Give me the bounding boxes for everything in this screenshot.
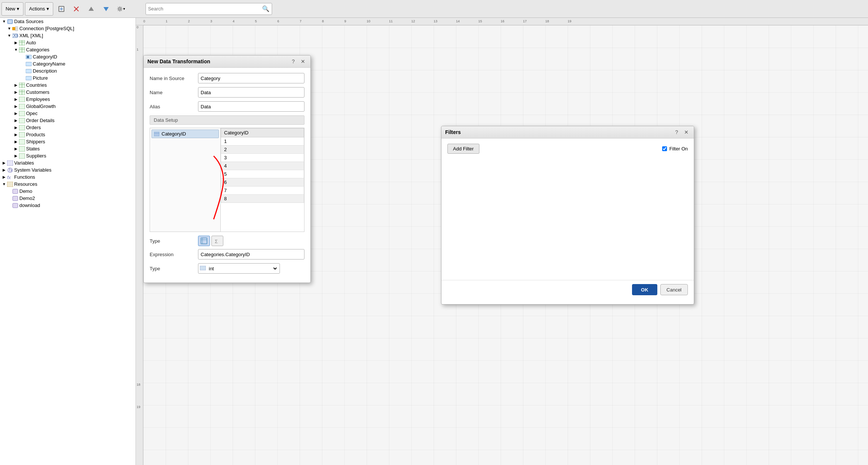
table-row[interactable]: 3	[221, 154, 304, 162]
search-input[interactable]	[148, 6, 262, 12]
type-select[interactable]: int string float boolean date	[198, 263, 280, 274]
sidebar-item-auto[interactable]: ▶ Auto	[0, 39, 135, 46]
expand-toggle[interactable]: ▶	[13, 132, 19, 137]
filter-on-checkbox[interactable]	[662, 146, 667, 151]
up-icon-button[interactable]	[84, 2, 98, 16]
table-cell: 4	[221, 162, 304, 170]
type-select-input[interactable]: int string float boolean date	[207, 265, 278, 272]
expand-toggle[interactable]: ▶	[1, 168, 7, 173]
sidebar-item-categoryid[interactable]: ▶ ■ CategoryID	[0, 53, 135, 60]
sidebar-item-products[interactable]: ▶ Products	[0, 131, 135, 138]
sidebar-item-order-details[interactable]: ▶ Order Details	[0, 117, 135, 124]
sidebar-item-categoryname[interactable]: ▶ CategoryName	[0, 60, 135, 67]
search-bar[interactable]: 🔍	[146, 3, 272, 15]
type-label-2: Type	[150, 266, 198, 271]
filters-dialog-controls: ? ✕	[673, 128, 690, 136]
sidebar-item-resources[interactable]: ▼ Resources	[0, 181, 135, 188]
type-field-button[interactable]	[198, 236, 210, 246]
expand-toggle[interactable]: ▼	[13, 47, 19, 52]
sidebar-item-globalgrowth[interactable]: ▶ GlobalGrowth	[0, 103, 135, 110]
sidebar-item-description[interactable]: ▶ Description	[0, 67, 135, 74]
down-icon-button[interactable]	[99, 2, 113, 16]
svg-marker-6	[103, 7, 109, 11]
sidebar-item-connection-postgresql[interactable]: ▼ Connection [PostgreSQL]	[0, 25, 135, 32]
sidebar-item-demo[interactable]: ▶ Demo	[0, 188, 135, 195]
dialog-close-button[interactable]: ✕	[299, 58, 307, 65]
sidebar-item-xml[interactable]: ▼ XML XML [XML]	[0, 32, 135, 39]
sidebar-item-countries[interactable]: ▶ Countries	[0, 82, 135, 89]
dialog-help-button[interactable]: ?	[290, 58, 297, 65]
table-row[interactable]: 1	[221, 137, 304, 146]
expand-toggle[interactable]: ▼	[1, 182, 7, 187]
sidebar-item-demo2[interactable]: ▶ Demo2	[0, 195, 135, 202]
picture-label: Picture	[33, 75, 48, 81]
sidebar-item-opec[interactable]: ▶ Opec	[0, 110, 135, 117]
table-row[interactable]: 8	[221, 195, 304, 203]
sidebar-item-categories[interactable]: ▼ Categories	[0, 46, 135, 53]
name-in-source-input[interactable]	[198, 73, 304, 83]
expand-toggle[interactable]: ▶	[1, 160, 7, 166]
new-button[interactable]: New ▾	[1, 2, 23, 16]
expand-toggle[interactable]: ▶	[13, 90, 19, 95]
expand-toggle[interactable]: ▼	[1, 19, 7, 24]
sidebar-item-customers[interactable]: ▶ Customers	[0, 89, 135, 96]
table-row[interactable]: 7	[221, 187, 304, 195]
expand-toggle[interactable]: ▶	[13, 153, 19, 159]
sidebar-item-variables[interactable]: ▶ Variables	[0, 159, 135, 166]
states-label: States	[26, 146, 40, 152]
add-filter-button[interactable]: Add Filter	[447, 144, 479, 154]
sidebar-item-system-variables[interactable]: ▶ fx System Variables	[0, 166, 135, 173]
expand-toggle[interactable]: ▶	[13, 111, 19, 116]
cancel-button[interactable]: Cancel	[660, 284, 688, 295]
actions-button[interactable]: Actions ▾	[25, 2, 53, 16]
table-row[interactable]: 6	[221, 178, 304, 187]
data-setup-area: CategoryID CategoryID	[150, 128, 304, 232]
sidebar-item-picture[interactable]: ▶ Picture	[0, 74, 135, 82]
edit-icon-button[interactable]	[55, 2, 68, 16]
search-icon: 🔍	[262, 5, 269, 12]
alias-input[interactable]	[198, 101, 304, 112]
expand-toggle[interactable]: ▶	[13, 146, 19, 152]
svg-rect-36	[19, 132, 25, 137]
delete-icon-button[interactable]	[70, 2, 83, 16]
table-row[interactable]: 2	[221, 146, 304, 154]
filters-close-button[interactable]: ✕	[683, 128, 690, 136]
expand-toggle[interactable]: ▶	[13, 83, 19, 88]
expand-toggle[interactable]: ▶	[13, 97, 19, 102]
settings-icon-button[interactable]: ▾	[114, 2, 128, 16]
sidebar-item-states[interactable]: ▶ States	[0, 145, 135, 152]
expand-toggle[interactable]: ▼	[7, 26, 12, 31]
svg-rect-22	[26, 62, 32, 66]
sidebar-item-suppliers[interactable]: ▶ Suppliers	[0, 152, 135, 159]
field-name-label: CategoryID	[162, 131, 186, 137]
expand-toggle[interactable]: ▶	[13, 139, 19, 144]
svg-rect-48	[154, 132, 159, 136]
name-input[interactable]	[198, 87, 304, 98]
expand-toggle[interactable]: ▶	[13, 104, 19, 109]
data-setup-section: Data Setup	[150, 115, 304, 125]
expand-toggle[interactable]: ▶	[1, 175, 7, 180]
expand-toggle[interactable]: ▶	[13, 118, 19, 123]
svg-rect-40	[7, 160, 13, 166]
field-item-categoryid[interactable]: CategoryID	[151, 130, 219, 138]
table-row[interactable]: 5	[221, 170, 304, 178]
expand-toggle[interactable]: ▶	[13, 125, 19, 130]
expand-toggle[interactable]: ▶	[13, 40, 19, 45]
sidebar-item-data-sources[interactable]: ▼ Data Sources	[0, 18, 135, 25]
sidebar-item-shippers[interactable]: ▶ Shippers	[0, 138, 135, 145]
table-icon	[19, 125, 25, 130]
ok-button[interactable]: OK	[632, 284, 657, 295]
expression-input[interactable]	[198, 249, 304, 259]
type-aggregate-button[interactable]: Σ	[211, 236, 223, 246]
sidebar-item-download[interactable]: ▶ download	[0, 202, 135, 209]
sidebar-item-orders[interactable]: ▶ Orders	[0, 124, 135, 131]
download-label: download	[19, 203, 40, 208]
table-row[interactable]: 4	[221, 162, 304, 170]
data-sources-label: Data Sources	[14, 19, 44, 24]
expand-toggle[interactable]: ▼	[7, 33, 12, 38]
filters-dialog-title: Filters	[445, 129, 461, 135]
filters-help-button[interactable]: ?	[673, 128, 680, 136]
sidebar-item-employees[interactable]: ▶ Employees	[0, 96, 135, 103]
svg-rect-32	[19, 104, 25, 109]
sidebar-item-functions[interactable]: ▶ fx Functions	[0, 173, 135, 181]
